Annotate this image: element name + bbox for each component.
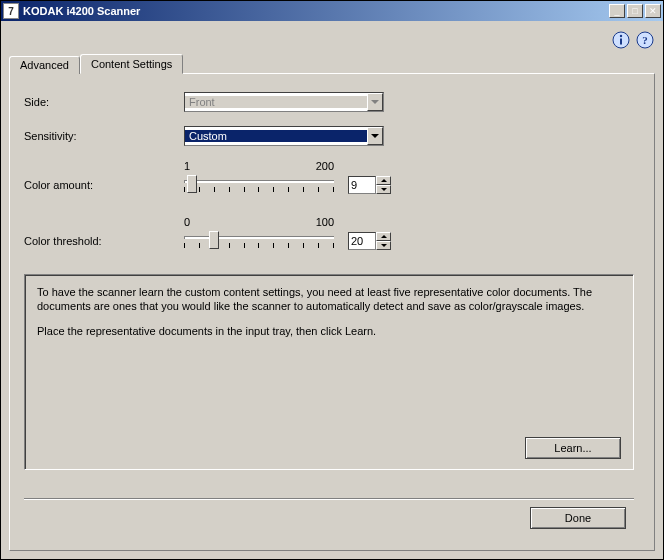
window-title: KODAK i4200 Scanner [23,5,609,17]
color-amount-slider[interactable]: 1 200 [184,160,334,194]
svg-text:?: ? [642,34,648,46]
slider-min: 1 [184,160,190,172]
row-side: Side: Front [24,92,634,112]
tabstrip: Advanced Content Settings [9,53,655,73]
app-icon: 7 [3,3,19,19]
learn-info-box: To have the scanner learn the custom con… [24,274,634,470]
slider-thumb[interactable] [187,175,197,193]
spin-up-icon[interactable] [376,176,391,185]
color-amount-input[interactable] [348,176,376,194]
slider-track[interactable] [184,174,334,194]
help-icon-row: ? [9,27,655,53]
sensitivity-dropdown-value: Custom [185,130,367,142]
window-buttons: _ □ ✕ [609,4,661,18]
tab-advanced[interactable]: Advanced [9,56,80,74]
sensitivity-dropdown[interactable]: Custom [184,126,384,146]
label-side: Side: [24,96,184,108]
row-color-threshold: Color threshold: 0 100 [24,216,634,250]
color-amount-controls: 1 200 [184,160,391,194]
slider-limits: 0 100 [184,216,334,228]
color-threshold-controls: 0 100 [184,216,391,250]
row-sensitivity: Sensitivity: Custom [24,126,634,146]
side-dropdown-value: Front [185,96,367,108]
minimize-button[interactable]: _ [609,4,625,18]
learn-button[interactable]: Learn... [525,437,621,459]
label-sensitivity: Sensitivity: [24,130,184,142]
color-threshold-input[interactable] [348,232,376,250]
client-area: ? Advanced Content Settings Side: Front … [1,21,663,559]
info-paragraph-1: To have the scanner learn the custom con… [37,285,621,314]
slider-min: 0 [184,216,190,228]
info-paragraph-2: Place the representative documents in th… [37,324,621,338]
help-icon[interactable]: ? [635,30,655,50]
spin-down-icon[interactable] [376,241,391,250]
svg-rect-2 [620,39,622,45]
slider-max: 100 [316,216,334,228]
footer: Done [24,498,634,529]
slider-thumb[interactable] [209,231,219,249]
svg-point-1 [620,35,622,37]
slider-track[interactable] [184,230,334,250]
chevron-down-icon [367,93,383,111]
color-threshold-slider[interactable]: 0 100 [184,216,334,250]
tab-panel-content-settings: Side: Front Sensitivity: Custom Color am… [9,73,655,551]
titlebar: 7 KODAK i4200 Scanner _ □ ✕ [1,1,663,21]
close-button[interactable]: ✕ [645,4,661,18]
side-dropdown: Front [184,92,384,112]
label-color-threshold: Color threshold: [24,235,184,250]
color-amount-spinner [348,176,391,194]
spin-down-icon[interactable] [376,185,391,194]
info-icon[interactable] [611,30,631,50]
row-color-amount: Color amount: 1 200 [24,160,634,194]
window: 7 KODAK i4200 Scanner _ □ ✕ ? Advanced C… [0,0,664,560]
tab-content-settings[interactable]: Content Settings [80,54,183,74]
color-threshold-spinner [348,232,391,250]
done-button[interactable]: Done [530,507,626,529]
label-color-amount: Color amount: [24,179,184,194]
maximize-button[interactable]: □ [627,4,643,18]
chevron-down-icon[interactable] [367,127,383,145]
slider-limits: 1 200 [184,160,334,172]
info-text: To have the scanner learn the custom con… [37,285,621,348]
slider-max: 200 [316,160,334,172]
spin-up-icon[interactable] [376,232,391,241]
